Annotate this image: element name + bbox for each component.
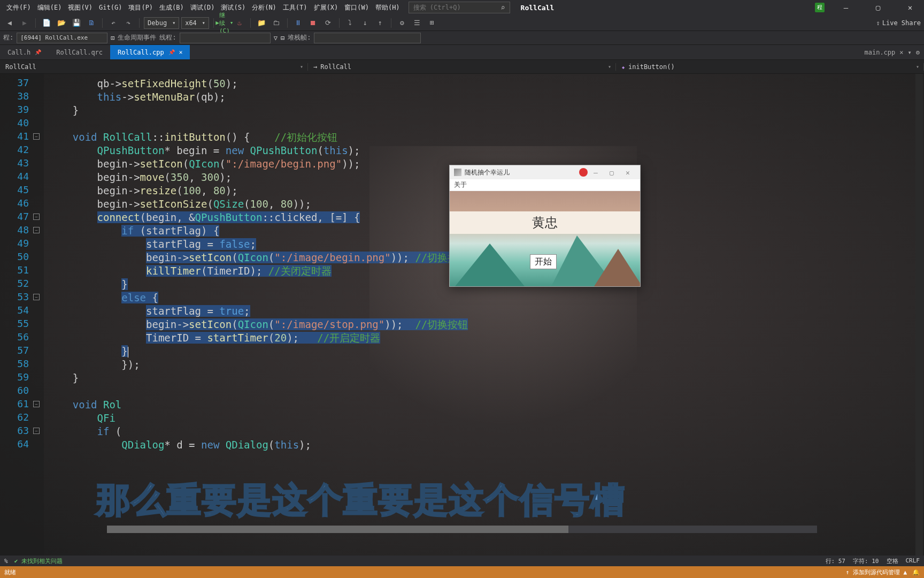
new-file-icon[interactable]: 📄 [40,17,53,29]
horizontal-scrollbar[interactable] [107,526,817,533]
fold-icon[interactable]: − [33,227,40,233]
col-indicator[interactable]: 字符: 10 [853,557,879,565]
code-line[interactable]: } [48,104,79,117]
search-input[interactable] [413,4,494,11]
zoom-pct[interactable]: % [4,558,8,565]
pin-icon[interactable]: 📌 [168,49,175,55]
code-line[interactable]: begin->setIcon(QIcon(":/image/begin.png"… [48,251,468,264]
pause-icon[interactable]: ⏸ [292,17,305,29]
app-window[interactable]: 随机抽个幸运儿 — ▢ ✕ 关于 黄忠 开始 [449,165,641,287]
redo-icon[interactable]: ↷ [122,17,135,29]
continue-button[interactable]: ▶ 继续(C) ▾ [218,17,231,29]
nav-scope[interactable]: RollCall [0,63,308,71]
search-icon[interactable]: ⌕ [500,3,505,12]
code-line[interactable]: void Rol [48,398,121,412]
line-indicator[interactable]: 行: 57 [826,557,846,565]
folder-icon[interactable]: 📁 [255,17,268,29]
code-line[interactable]: if (startFlag) { [48,224,219,238]
menu-item[interactable]: 分析(N) [249,3,280,12]
app-titlebar[interactable]: 随机抽个幸运儿 — ▢ ✕ [450,165,640,179]
pin-icon[interactable]: 📌 [35,49,41,55]
code-line[interactable]: begin->move(350, 300); [48,171,232,184]
tab-close-icon[interactable]: ✕ [179,49,183,56]
file-tab[interactable]: RollCall.qrc [49,45,110,59]
search-box[interactable]: ⌕ [409,2,510,13]
lifecycle-icon[interactable]: ⊡ [111,34,114,42]
editor[interactable]: 3738394041−424344454647−48−4950515253−54… [0,74,924,556]
code-line[interactable]: QDialog* d = new QDialog(this); [48,438,311,452]
app-menu[interactable]: 关于 [450,179,640,191]
app-close-icon[interactable]: ✕ [620,169,636,177]
step-into-icon[interactable]: ↓ [359,17,372,29]
code-line[interactable]: }); [48,358,140,371]
code-line[interactable]: qb->setFixedHeight(50); [48,77,238,90]
fold-icon[interactable]: − [33,428,40,434]
code-line[interactable]: if ( [48,425,121,438]
save-icon[interactable]: 💾 [70,17,83,29]
platform-combo[interactable]: x64 [181,17,209,29]
menu-item[interactable]: 扩展(X) [311,3,342,12]
code-line[interactable]: } [48,345,128,358]
save-all-icon[interactable]: 🗎 [85,17,98,29]
fold-icon[interactable]: − [33,294,40,300]
issues-status[interactable]: ✔ 未找到相关问题 [14,557,63,565]
step-out-icon[interactable]: ↑ [374,17,387,29]
code-line[interactable]: begin->setIconSize(QSize(100, 80)); [48,197,311,211]
indent-indicator[interactable]: 空格 [887,557,898,565]
stack-combo[interactable] [314,33,421,43]
forward-icon[interactable]: ▶ [18,17,31,29]
app-minimize-icon[interactable]: — [588,169,604,177]
close-icon[interactable]: ✕ [899,1,921,14]
file-tab[interactable]: RollCall.cpp📌✕ [110,45,190,59]
menu-item[interactable]: 调试(D) [187,3,218,12]
tool-icon[interactable]: ⚙ [396,17,409,29]
menu-item[interactable]: 视图(V) [65,3,96,12]
menu-item[interactable]: 生成(B) [156,3,187,12]
notification-icon[interactable] [579,168,588,177]
back-icon[interactable]: ◀ [3,17,16,29]
notifications-icon[interactable]: 🔔 [912,569,920,576]
app-maximize-icon[interactable]: ▢ [604,169,620,177]
hot-reload-icon[interactable]: ♨ [233,17,246,29]
begin-button[interactable]: 开始 [530,254,557,269]
fold-icon[interactable]: − [33,133,40,140]
code-line[interactable]: void RollCall::initButton() { //初始化按钮 [48,131,337,144]
open-folder-icon[interactable]: 🗀 [270,17,283,29]
code-line[interactable]: TimerID = startTimer(20); //开启定时器 [48,331,380,345]
code-line[interactable]: } [48,278,128,291]
open-icon[interactable]: 📂 [55,17,68,29]
code-line[interactable]: QFi [48,412,116,425]
eol-indicator[interactable]: CRLF [906,557,920,565]
user-avatar[interactable]: 程 [815,3,825,12]
nav-method[interactable]: ⬥initButton() [616,63,924,71]
file-tab[interactable]: Call.h📌 [0,45,49,59]
tool2-icon[interactable]: ☰ [411,17,424,29]
thread-combo[interactable] [180,33,271,43]
fold-icon[interactable]: − [33,401,40,407]
fold-icon[interactable]: − [33,214,40,220]
step-over-icon[interactable]: ⤵ [344,17,357,29]
menu-item[interactable]: 编辑(E) [34,3,65,12]
code-line[interactable]: QPushButton* begin = new QPushButton(thi… [48,144,360,157]
minimize-icon[interactable]: — [835,1,857,14]
menu-item[interactable]: 工具(T) [280,3,311,12]
tab-dropdown-icon[interactable]: ▾ [908,49,912,56]
menu-item[interactable]: 测试(S) [218,3,249,12]
stack-icon[interactable]: ⊟ [281,34,284,42]
code-line[interactable]: startFlag = true; [48,305,250,318]
code-line[interactable]: begin->resize(100, 80); [48,184,238,197]
maximize-icon[interactable]: ▢ [867,1,889,14]
restart-icon[interactable]: ⟳ [322,17,335,29]
code-line[interactable]: } [48,371,79,385]
undo-icon[interactable]: ↶ [107,17,120,29]
menu-item[interactable]: 项目(P) [125,3,156,12]
menu-item[interactable]: 文件(F) [3,3,34,12]
right-tab[interactable]: main.cpp [865,49,896,56]
menu-item[interactable]: Git(G) [96,3,125,12]
code-line[interactable]: this->setMenuBar(qb); [48,90,226,104]
menu-item[interactable]: 帮助(H) [372,3,403,12]
code-line[interactable]: connect(begin, &QPushButton::clicked, [=… [48,211,360,224]
config-combo[interactable]: Debug [144,17,179,29]
tool3-icon[interactable]: ⊞ [426,17,438,29]
code-line[interactable]: begin->setIcon(QIcon(":/image/stop.png")… [48,318,468,331]
